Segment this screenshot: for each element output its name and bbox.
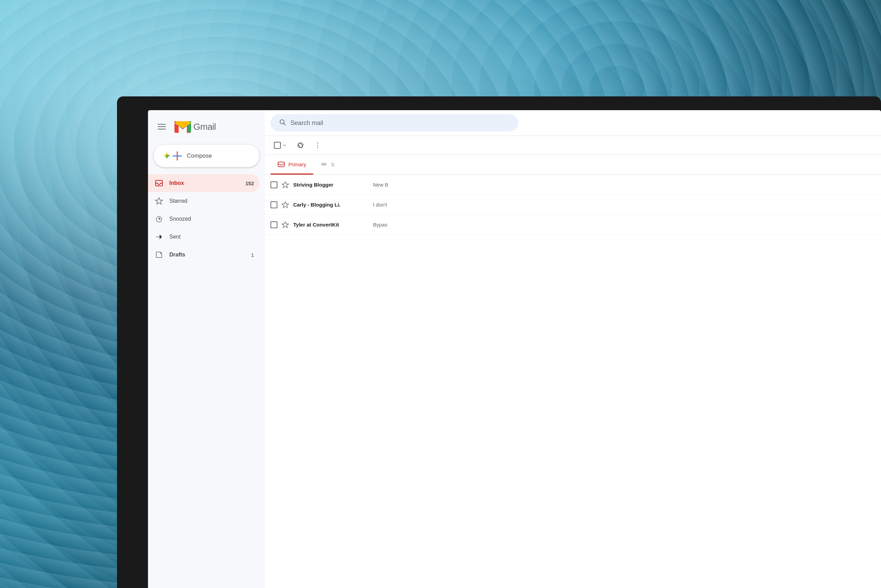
- select-dropdown-icon: [282, 143, 287, 148]
- refresh-button[interactable]: [293, 139, 308, 152]
- email-star-1[interactable]: [282, 181, 289, 189]
- star-icon: [155, 197, 163, 205]
- inbox-count: 152: [246, 180, 254, 186]
- svg-point-11: [317, 147, 318, 148]
- drafts-count: 1: [251, 252, 254, 258]
- email-checkbox-3[interactable]: [271, 221, 277, 228]
- email-preview-1: New B: [373, 182, 875, 188]
- svg-point-10: [317, 145, 318, 146]
- email-row[interactable]: Tyler at ConvertKit Bypas: [265, 215, 881, 235]
- drafts-label: Drafts: [169, 252, 245, 258]
- email-list: Striving Blogger New B Carly - Blogging …: [265, 175, 881, 588]
- snoozed-icon: [155, 215, 163, 223]
- search-bar[interactable]: Search mail: [271, 114, 518, 132]
- gmail-m-logo: [174, 120, 191, 134]
- email-row[interactable]: Striving Blogger New B: [265, 175, 881, 195]
- sidebar-item-inbox[interactable]: Inbox 152: [148, 174, 259, 192]
- email-sender-3: Tyler at ConvertKit: [293, 222, 369, 228]
- email-row[interactable]: Carly - Blogging Li. I don't: [265, 195, 881, 215]
- sidebar-item-snoozed[interactable]: Snoozed: [148, 210, 259, 228]
- primary-tab-label: Primary: [288, 162, 306, 167]
- select-button[interactable]: [271, 139, 291, 152]
- social-tab-icon: [320, 160, 328, 168]
- hamburger-icon: [157, 123, 166, 131]
- top-bar: Search mail: [265, 110, 881, 136]
- gmail-title: Gmail: [193, 122, 216, 132]
- svg-rect-1: [157, 126, 166, 127]
- compose-button[interactable]: ✦ Compose: [153, 145, 259, 167]
- gmail-logo: Gmail: [174, 120, 216, 134]
- drafts-icon: [155, 250, 163, 259]
- compose-label: Compose: [187, 153, 212, 159]
- email-sender-2: Carly - Blogging Li.: [293, 202, 369, 208]
- toolbar: [265, 136, 881, 155]
- tab-primary[interactable]: Primary: [271, 155, 313, 174]
- primary-tab-icon: [277, 160, 285, 168]
- compose-plus-icon: [172, 151, 182, 161]
- email-sender-1: Striving Blogger: [293, 182, 369, 188]
- menu-button[interactable]: [153, 118, 170, 135]
- tab-social[interactable]: S: [313, 155, 342, 174]
- more-options-button[interactable]: [310, 139, 325, 152]
- email-preview-2: I don't: [373, 202, 875, 208]
- inbox-label: Inbox: [169, 180, 239, 186]
- sent-label: Sent: [169, 234, 254, 240]
- svg-line-8: [283, 123, 285, 125]
- tabs-bar: Primary S: [265, 155, 881, 175]
- inbox-icon: [155, 179, 163, 187]
- search-placeholder: Search mail: [291, 120, 323, 127]
- svg-rect-2: [157, 129, 166, 129]
- screen: Gmail ✦ Compose Inbox 152: [148, 110, 881, 588]
- starred-label: Starred: [169, 198, 254, 204]
- email-preview-3: Bypas: [373, 222, 875, 228]
- refresh-icon: [297, 141, 304, 149]
- svg-point-14: [324, 163, 326, 165]
- email-checkbox-2[interactable]: [271, 201, 277, 208]
- sent-icon: [155, 233, 163, 241]
- svg-point-9: [317, 142, 318, 144]
- social-tab-label: S: [331, 162, 334, 167]
- email-checkbox-1[interactable]: [271, 182, 277, 188]
- email-star-3[interactable]: [282, 221, 289, 229]
- sidebar-item-starred[interactable]: Starred: [148, 192, 259, 210]
- search-icon: [279, 118, 286, 128]
- snoozed-label: Snoozed: [169, 216, 254, 222]
- more-options-icon: [314, 141, 321, 149]
- sidebar: Gmail ✦ Compose Inbox 152: [148, 110, 265, 588]
- select-checkbox[interactable]: [274, 142, 281, 149]
- sidebar-item-drafts[interactable]: Drafts 1: [148, 246, 259, 264]
- svg-rect-0: [157, 124, 166, 124]
- svg-point-13: [321, 163, 324, 165]
- email-star-2[interactable]: [282, 201, 289, 208]
- sidebar-item-sent[interactable]: Sent: [148, 228, 259, 246]
- gmail-header: Gmail: [148, 116, 265, 142]
- main-content: Search mail: [265, 110, 881, 588]
- compose-plus-icon: ✦: [162, 151, 171, 161]
